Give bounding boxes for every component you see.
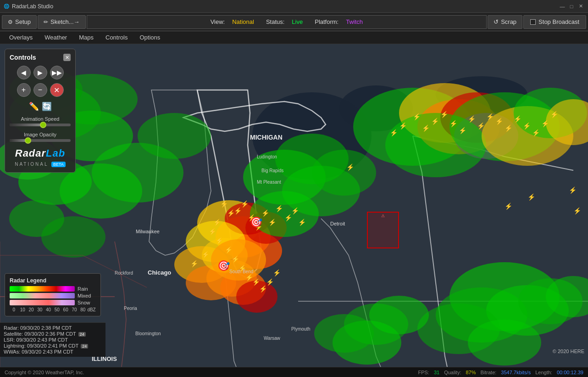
setup-button[interactable]: ⚙ Setup xyxy=(2,15,37,29)
edit-controls: ✏️ 🔄 xyxy=(10,101,71,112)
platform-label: Platform: xyxy=(315,18,338,25)
fps-value: 31 xyxy=(434,370,439,375)
pencil-icon[interactable]: ✏️ xyxy=(29,101,39,112)
quality-value: 87% xyxy=(466,370,476,375)
view-value: National xyxy=(232,18,254,25)
title-bar-controls: — □ ✕ xyxy=(559,3,584,10)
rain-label: Rain xyxy=(78,286,96,292)
broadcast-checkbox[interactable] xyxy=(530,19,536,25)
length-value: 00:00:12.39 xyxy=(557,370,583,375)
opacity-label: Image Opacity xyxy=(10,132,71,137)
status-value: Live xyxy=(292,18,303,25)
storm-cell-icon: 🎯 xyxy=(250,216,262,228)
bitrate-value: 3547.7kbits/s xyxy=(501,370,531,375)
warning-box: ⚠ xyxy=(367,212,399,248)
zoom-out-button[interactable]: − xyxy=(33,83,47,97)
map-background[interactable]: ⚡ ⚡ ⚡ ⚡ ⚡ ⚡ ⚡ ⚡ ⚡ ⚡ ⚡ ⚡ ⚡ ⚡ ⚡ ⚡ ⚡ ⚡ ⚡ ⚡ … xyxy=(0,44,588,367)
controls-close-button[interactable]: ✕ xyxy=(63,54,71,61)
main-content: ⚡ ⚡ ⚡ ⚡ ⚡ ⚡ ⚡ ⚡ ⚡ ⚡ ⚡ ⚡ ⚡ ⚡ ⚡ ⚡ ⚡ ⚡ ⚡ ⚡ … xyxy=(0,44,588,367)
fps-label: FPS: xyxy=(418,370,429,375)
length-label: Length: xyxy=(535,370,552,375)
next-frame-button[interactable]: ▶▶ xyxy=(50,66,64,79)
lightning-timestamp: Lightning: 09/30/20 2:41 PM CDT 24 xyxy=(4,343,102,349)
status-label: Status: xyxy=(266,18,284,25)
rain-bar xyxy=(10,286,75,292)
toolbar-info: View: National Status: Live Platform: Tw… xyxy=(87,15,487,29)
legend-rain-row: Rain xyxy=(10,286,96,292)
menu-controls[interactable]: Controls xyxy=(100,33,133,42)
copyright-text: Copyright © 2020 WeatherTAP, Inc. xyxy=(5,370,84,375)
stop-broadcast-button[interactable]: Stop Broadcast xyxy=(523,15,586,29)
logo-lab-text: Lab xyxy=(46,147,65,159)
radarlab-logo: RadarLab NATIONAL BETA xyxy=(10,147,71,168)
menu-weather[interactable]: Weather xyxy=(39,33,72,42)
sketch-button[interactable]: ✏ Sketch...→ xyxy=(38,15,86,29)
radar-legend: Radar Legend Rain Mixed Snow 0 10 20 30 … xyxy=(5,273,101,316)
pencil-icon: ✏ xyxy=(44,19,48,25)
gear-icon: ⚙ xyxy=(8,19,13,25)
wwas-timestamp: WWAs: 09/30/20 2:43 PM CDT xyxy=(4,349,102,354)
zoom-controls: + − ✕ xyxy=(10,83,71,97)
legend-snow-row: Snow xyxy=(10,300,96,305)
satellite-timestamp: Satellite: 09/30/20 2:36 PM CDT 24 xyxy=(4,331,102,337)
app-icon: 🌐 xyxy=(4,4,9,9)
close-button[interactable]: ✕ xyxy=(577,3,584,10)
radar-timestamp: Radar: 09/30/20 2:38 PM CDT xyxy=(4,325,102,331)
controls-title: Controls ✕ xyxy=(10,54,71,61)
storm-cell-icon: 🎯 xyxy=(217,260,230,272)
platform-value: Twitch xyxy=(346,18,363,25)
play-button[interactable]: ▶ xyxy=(33,66,47,79)
menu-overlays[interactable]: Overlays xyxy=(4,33,38,42)
prev-frame-button[interactable]: ◀ xyxy=(17,66,31,79)
stats-right: FPS: 31 Quality: 87% Bitrate: 3547.7kbit… xyxy=(418,370,583,375)
legend-mixed-row: Mixed xyxy=(10,293,96,298)
opacity-thumb[interactable] xyxy=(25,137,31,144)
minimize-button[interactable]: — xyxy=(559,3,566,10)
lsr-timestamp: LSR: 09/30/20 2:43 PM CDT xyxy=(4,337,102,343)
speed-thumb[interactable] xyxy=(40,122,46,128)
toolbar: ⚙ Setup ✏ Sketch...→ View: National Stat… xyxy=(0,13,588,31)
maximize-button[interactable]: □ xyxy=(568,3,575,10)
map-copyright: © 2020 HERE xyxy=(553,349,584,354)
menu-options[interactable]: Options xyxy=(134,33,166,42)
status-timestamps: Radar: 09/30/20 2:38 PM CDT Satellite: 0… xyxy=(0,322,105,357)
mixed-bar xyxy=(10,293,75,298)
legend-scale: 0 10 20 30 40 50 60 70 80 dBZ xyxy=(10,307,96,312)
menu-maps[interactable]: Maps xyxy=(73,33,99,42)
playback-controls: ◀ ▶ ▶▶ xyxy=(10,66,71,79)
title-bar: 🌐 RadarLab Studio — □ ✕ xyxy=(0,0,588,13)
controls-panel: Controls ✕ ◀ ▶ ▶▶ + − ✕ ✏️ 🔄 Animation S… xyxy=(5,49,76,173)
logo-national-text: NATIONAL xyxy=(15,162,48,167)
view-label: View: xyxy=(211,18,225,25)
terrain-layer xyxy=(0,44,588,367)
legend-title: Radar Legend xyxy=(10,277,96,284)
snow-label: Snow xyxy=(78,300,96,305)
menu-bar: Overlays Weather Maps Controls Options xyxy=(0,31,588,44)
bottom-bar: Copyright © 2020 WeatherTAP, Inc. FPS: 3… xyxy=(0,367,588,377)
zoom-reset-button[interactable]: ✕ xyxy=(50,83,64,97)
app-title: RadarLab Studio xyxy=(12,3,53,10)
mixed-label: Mixed xyxy=(78,293,96,298)
opacity-slider[interactable] xyxy=(10,139,71,142)
bitrate-label: Bitrate: xyxy=(480,370,496,375)
snow-bar xyxy=(10,300,75,305)
refresh-icon[interactable]: 🔄 xyxy=(42,101,52,112)
logo-radar-text: Radar xyxy=(15,147,46,159)
title-bar-left: 🌐 RadarLab Studio xyxy=(4,3,53,10)
scrap-button[interactable]: ↺ Scrap xyxy=(488,15,522,29)
scrap-icon: ↺ xyxy=(494,18,499,25)
logo-beta-badge: BETA xyxy=(51,162,66,167)
zoom-in-button[interactable]: + xyxy=(17,83,31,97)
speed-label: Animation Speed xyxy=(10,116,71,122)
quality-label: Quality: xyxy=(444,370,461,375)
speed-slider[interactable] xyxy=(10,124,71,126)
